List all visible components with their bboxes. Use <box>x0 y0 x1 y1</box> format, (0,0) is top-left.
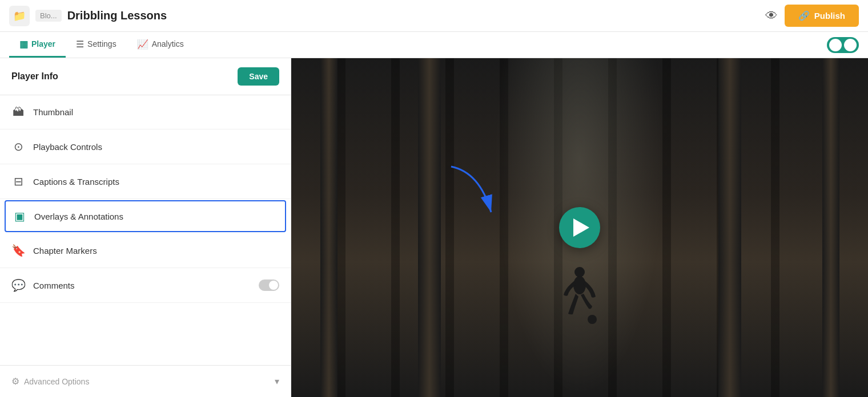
player-tab-icon: ▦ <box>19 39 28 50</box>
comments-toggle-knob <box>269 281 278 290</box>
pillar-far-left <box>320 58 337 397</box>
analytics-tab-icon: 📈 <box>137 39 148 50</box>
overlays-label: Overlays & Annotations <box>34 212 123 221</box>
thumbnail-label: Thumbnail <box>33 107 73 117</box>
sidebar-header: Player Info Save <box>0 58 291 95</box>
pillar-right <box>718 58 741 397</box>
breadcrumb-icon: 📁 <box>9 6 30 26</box>
breadcrumb[interactable]: Blo... <box>35 10 62 22</box>
sidebar-title: Player Info <box>11 71 58 82</box>
menu-item-playback[interactable]: ⊙ Playback Controls <box>0 129 291 164</box>
chapters-label: Chapter Markers <box>33 246 97 256</box>
play-icon <box>573 218 589 237</box>
comments-toggle-container <box>259 279 279 291</box>
sidebar: Player Info Save 🏔 Thumbnail ⊙ Playback … <box>0 58 291 397</box>
thumbnail-icon: 🏔 <box>11 106 25 119</box>
tab-settings[interactable]: ☰ Settings <box>66 32 127 58</box>
menu-item-captions[interactable]: ⊟ Captions & Transcripts <box>0 164 291 199</box>
comments-toggle[interactable] <box>259 279 279 291</box>
tab-settings-label: Settings <box>87 39 116 48</box>
tabs-bar: ▦ Player ☰ Settings 📈 Analytics <box>0 32 868 58</box>
save-button[interactable]: Save <box>238 67 279 86</box>
menu-item-comments[interactable]: 💬 Comments <box>0 268 291 303</box>
comments-label: Comments <box>33 281 75 290</box>
tab-player[interactable]: ▦ Player <box>9 32 66 58</box>
menu-item-chapters[interactable]: 🔖 Chapter Markers <box>0 233 291 268</box>
play-button[interactable] <box>559 207 600 248</box>
toggle-knob-on <box>829 39 842 51</box>
chevron-down-icon[interactable]: ▾ <box>275 376 279 387</box>
link-icon: 🔗 <box>798 10 810 21</box>
tab-player-label: Player <box>31 39 55 48</box>
advanced-options[interactable]: ⚙ Advanced Options <box>11 376 89 387</box>
video-area <box>291 58 868 397</box>
header-right: 👁 🔗 Publish <box>765 5 859 27</box>
pillar-left <box>418 58 441 397</box>
publish-label: Publish <box>814 11 845 21</box>
overlays-icon: ▣ <box>13 209 26 223</box>
settings-tab-icon: ☰ <box>76 39 84 50</box>
captions-icon: ⊟ <box>11 175 25 188</box>
playback-icon: ⊙ <box>11 140 25 153</box>
toggle-container <box>827 37 859 53</box>
tab-analytics-label: Analytics <box>152 39 184 48</box>
tab-analytics[interactable]: 📈 Analytics <box>127 32 194 58</box>
header-left: 📁 Blo... Dribbling Lessons <box>9 6 167 26</box>
publish-button[interactable]: 🔗 Publish <box>785 5 859 27</box>
main-content: Player Info Save 🏔 Thumbnail ⊙ Playback … <box>0 58 868 397</box>
pillar-far-right <box>822 58 839 397</box>
chapters-icon: 🔖 <box>11 244 25 257</box>
header: 📁 Blo... Dribbling Lessons 👁 🔗 Publish <box>0 0 868 32</box>
menu-item-overlays[interactable]: ▣ Overlays & Annotations <box>5 200 286 232</box>
advanced-options-label: Advanced Options <box>24 377 89 386</box>
captions-label: Captions & Transcripts <box>33 177 119 187</box>
toggle-knob-off <box>844 39 857 51</box>
playback-label: Playback Controls <box>33 142 102 152</box>
preview-icon[interactable]: 👁 <box>765 9 778 23</box>
gear-icon: ⚙ <box>11 376 19 387</box>
video-background <box>291 58 868 397</box>
main-toggle[interactable] <box>827 37 859 53</box>
sidebar-footer: ⚙ Advanced Options ▾ <box>0 365 291 397</box>
comments-icon: 💬 <box>11 278 25 292</box>
sidebar-menu: 🏔 Thumbnail ⊙ Playback Controls ⊟ Captio… <box>0 95 291 365</box>
page-title: Dribbling Lessons <box>67 9 167 22</box>
menu-item-thumbnail[interactable]: 🏔 Thumbnail <box>0 95 291 129</box>
